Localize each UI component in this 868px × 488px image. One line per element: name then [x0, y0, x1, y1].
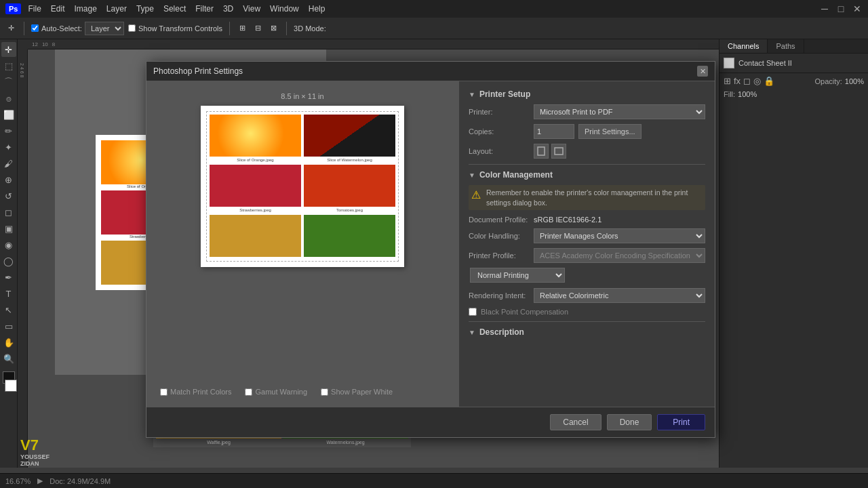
tab-channels[interactable]: Channels [719, 39, 768, 53]
tab-paths[interactable]: Paths [768, 39, 804, 53]
auto-select-input[interactable] [31, 24, 39, 32]
panel-icon-4[interactable]: ◎ [753, 76, 761, 86]
menu-help[interactable]: Help [309, 4, 326, 14]
move-tool[interactable]: ✛ [1, 42, 16, 57]
copies-input[interactable] [534, 124, 574, 139]
match-print-colors-check[interactable]: Match Print Colors [160, 388, 231, 396]
menu-type[interactable]: Type [136, 4, 154, 14]
preview-paper: Slice of Orange.jpeg Slice of Watermelon… [201, 106, 404, 267]
3d-mode-label: 3D Mode: [294, 24, 326, 33]
gamut-warning-input[interactable] [245, 388, 252, 396]
maximize-btn[interactable]: □ [835, 3, 846, 14]
svg-rect-0 [538, 147, 545, 155]
panel-icon-3[interactable]: ◻ [743, 76, 751, 86]
menu-window[interactable]: Window [270, 4, 299, 14]
auto-select-type[interactable]: Layer [85, 22, 124, 35]
color-handling-select[interactable]: Printer Manages Colors Photoshop Manages… [534, 228, 705, 243]
rendering-intent-select[interactable]: Perceptual Relative Colorimetric Saturat… [534, 288, 705, 303]
panel-icon-1[interactable]: ⊞ [724, 76, 731, 86]
auto-select-checkbox[interactable]: Auto-Select: Layer [31, 22, 124, 35]
color-management-arrow: ▼ [469, 171, 475, 179]
preview-img-orange [210, 115, 301, 157]
quick-select-tool[interactable]: ⌾ [1, 91, 16, 106]
printer-select[interactable]: Microsoft Print to PDF [534, 104, 705, 119]
color-management-collapse[interactable]: ▼ Color Management [469, 170, 705, 180]
color-handling-row: Color Handling: Printer Manages Colors P… [469, 228, 705, 243]
panel-icon-5[interactable]: 🔒 [764, 76, 774, 86]
layout-label: Layout: [469, 147, 530, 155]
menu-filter[interactable]: Filter [195, 4, 214, 14]
minimize-btn[interactable]: ─ [819, 3, 830, 14]
printer-setup-collapse[interactable]: ▼ Printer Setup [469, 89, 705, 99]
text-tool[interactable]: T [1, 286, 16, 301]
lasso-tool[interactable]: ⌒ [1, 75, 16, 89]
menu-edit[interactable]: Edit [51, 4, 65, 14]
color-warning-row: ⚠ Remember to enable the printer's color… [469, 185, 705, 210]
menu-image[interactable]: Image [75, 4, 97, 14]
align-btn-1[interactable]: ⊞ [237, 22, 248, 34]
move-tool-btn[interactable]: ✛ [5, 22, 17, 34]
ruler-tick: 10 [42, 41, 48, 47]
print-button[interactable]: Print [657, 414, 705, 430]
svg-rect-1 [555, 148, 563, 155]
path-select-tool[interactable]: ↖ [1, 302, 16, 317]
menu-file[interactable]: File [28, 4, 41, 14]
menu-layer[interactable]: Layer [106, 4, 127, 14]
preview-img-pancake [210, 215, 301, 257]
show-transform-input[interactable] [128, 24, 136, 32]
dialog-titlebar: Photoshop Print Settings ✕ [146, 62, 715, 81]
crop-tool[interactable]: ⬜ [1, 107, 16, 122]
hand-tool[interactable]: ✋ [1, 335, 16, 350]
background-color[interactable] [5, 380, 17, 392]
black-point-checkbox[interactable] [469, 308, 477, 316]
align-btn-3[interactable]: ⊠ [268, 22, 279, 34]
opacity-label: Opacity: [815, 77, 842, 85]
preview-label-orange: Slice of Orange.jpeg [237, 158, 273, 162]
blur-tool[interactable]: ◉ [1, 237, 16, 252]
show-transform-checkbox[interactable]: Show Transform Controls [128, 24, 222, 33]
eraser-tool[interactable]: ◻ [1, 205, 16, 220]
printer-label: Printer: [469, 108, 530, 116]
menu-bar: File Edit Image Layer Type Select Filter… [28, 4, 325, 14]
print-settings-btn[interactable]: Print Settings... [578, 124, 642, 139]
menu-3d[interactable]: 3D [223, 4, 233, 14]
normal-printing-select[interactable]: Normal Printing Hard Proofing [470, 268, 565, 283]
preview-img-melons [304, 215, 395, 257]
print-settings-dialog[interactable]: Photoshop Print Settings ✕ 8.5 in × 11 i… [146, 61, 715, 438]
done-button[interactable]: Done [607, 414, 652, 430]
match-print-colors-input[interactable] [160, 388, 167, 396]
align-btn-2[interactable]: ⊟ [252, 22, 264, 34]
cancel-button[interactable]: Cancel [550, 414, 601, 430]
brush-tool[interactable]: 🖌 [1, 156, 16, 171]
panel-icon-2[interactable]: fx [734, 76, 741, 86]
dodge-tool[interactable]: ◯ [1, 253, 16, 268]
window-controls: ─ □ ✕ [819, 3, 863, 14]
dialog-close-btn[interactable]: ✕ [697, 66, 708, 77]
healing-tool[interactable]: ✦ [1, 140, 16, 155]
warning-icon: ⚠ [471, 188, 481, 201]
gradient-tool[interactable]: ▣ [1, 221, 16, 236]
color-handling-label: Color Handling: [469, 232, 530, 240]
eyedropper-tool[interactable]: ✏ [1, 123, 16, 138]
show-transform-label: Show Transform Controls [138, 24, 222, 33]
show-paper-white-check[interactable]: Show Paper White [321, 388, 393, 396]
menu-select[interactable]: Select [163, 4, 186, 14]
dialog-footer: Cancel Done Print [146, 407, 715, 437]
show-paper-white-input[interactable] [321, 388, 328, 396]
zoom-tool[interactable]: 🔍 [1, 351, 16, 366]
portrait-btn[interactable] [534, 144, 549, 159]
selection-tool[interactable]: ⬚ [1, 58, 16, 73]
description-collapse[interactable]: ▼ Description [469, 327, 705, 337]
close-btn[interactable]: ✕ [852, 3, 863, 14]
pen-tool[interactable]: ✒ [1, 270, 16, 285]
toolbar-separator [24, 22, 24, 35]
shape-tool[interactable]: ▭ [1, 319, 16, 333]
preview-cell-pancake [210, 215, 301, 258]
gamut-warning-check[interactable]: Gamut Warning [245, 388, 307, 396]
history-brush-tool[interactable]: ↺ [1, 188, 16, 203]
auto-select-label: Auto-Select: [41, 24, 82, 33]
clone-stamp-tool[interactable]: ⊕ [1, 172, 16, 187]
menu-view[interactable]: View [243, 4, 260, 14]
printer-profile-select[interactable]: ACES Academy Color Encoding Specificatio… [534, 248, 705, 263]
landscape-btn[interactable] [551, 144, 566, 159]
